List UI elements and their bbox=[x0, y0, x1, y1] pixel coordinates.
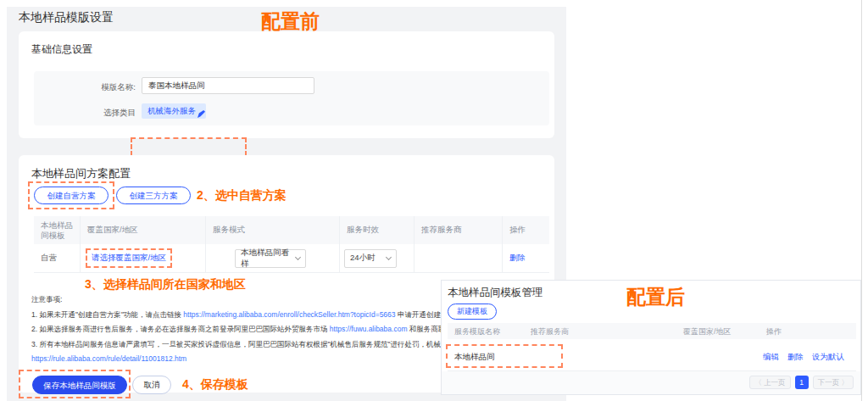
col-country: 覆盖国家/地区 bbox=[87, 225, 138, 236]
save-template-button[interactable]: 保存本地样品间模版 bbox=[32, 376, 127, 394]
col-provider: 推荐服务商 bbox=[531, 326, 569, 337]
after-config-screen: 本地样品间模板管理 配置后 新建模板 服务模版名称 推荐服务商 覆盖国家/地区 … bbox=[441, 280, 861, 395]
template-name-input[interactable] bbox=[142, 77, 314, 94]
create-third-plan-button[interactable]: 创建三方方案 bbox=[116, 187, 191, 204]
select-country-link[interactable]: 请选择覆盖国家/地区 bbox=[92, 253, 166, 262]
next-page-button[interactable]: 下一页 〉 bbox=[813, 376, 854, 389]
template-type: 自营 bbox=[41, 253, 57, 264]
category-value: 机械海外服务 bbox=[147, 106, 196, 115]
after-table-header: 服务模版名称 推荐服务商 覆盖国家/地区 操作 bbox=[448, 323, 856, 339]
page-1-button[interactable]: 1 bbox=[795, 376, 809, 389]
create-self-plan-button[interactable]: 创建自营方案 bbox=[34, 187, 108, 204]
col-service-time: 服务时效 bbox=[347, 225, 379, 236]
col-template: 本地样品间模板 bbox=[41, 220, 78, 241]
col-provider: 推荐服务商 bbox=[421, 225, 462, 236]
stage-label-after: 配置后 bbox=[626, 284, 685, 310]
col-country: 覆盖国家/地区 bbox=[683, 326, 732, 337]
service-mode-value: 本地样品间看样 bbox=[241, 248, 296, 270]
annotation-step4: 4、保存模板 bbox=[182, 377, 248, 393]
plan-table-header: 本地样品间模板 覆盖国家/地区 服务模式 服务时效 推荐服务商 操作 bbox=[34, 216, 549, 244]
col-service-mode: 服务模式 bbox=[213, 225, 245, 236]
prev-page-button[interactable]: 〈 上一页 bbox=[749, 376, 790, 389]
template-manage-title: 本地样品间模板管理 bbox=[448, 286, 543, 300]
screenshot-canvas: 本地样品模版设置 配置前 基础信息设置 模版名称: 选择类目 机械海外服务 1、… bbox=[0, 0, 868, 401]
screen-edge-divider bbox=[861, 0, 862, 401]
basic-info-title: 基础信息设置 bbox=[31, 42, 92, 57]
chevron-down-icon bbox=[295, 253, 301, 259]
template-row-name: 本地样品间 bbox=[454, 352, 495, 363]
plan-table: 本地样品间模板 覆盖国家/地区 服务模式 服务时效 推荐服务商 操作 自营 请选… bbox=[34, 216, 549, 273]
basic-info-form: 模版名称: 选择类目 机械海外服务 1、自定义填写模板名称 bbox=[34, 71, 549, 125]
after-table-row: 本地样品间 编辑 删除 设为默认 bbox=[448, 339, 856, 371]
template-name-label: 模版名称: bbox=[71, 82, 136, 93]
note-1-link[interactable]: https://marketing.alibaba.com/enroll/che… bbox=[183, 310, 395, 319]
col-template-name: 服务模版名称 bbox=[454, 326, 500, 337]
service-time-value: 24小时 bbox=[350, 253, 376, 264]
pagination: 〈 上一页 1 下一页 〉 bbox=[749, 376, 854, 389]
edit-link[interactable]: 编辑 bbox=[763, 352, 779, 363]
cancel-button[interactable]: 取消 bbox=[132, 376, 171, 394]
annotation-step2: 2、选中自营方案 bbox=[197, 188, 287, 203]
category-label: 选择类目 bbox=[71, 108, 136, 119]
annotation-step3: 3、选择样品间所在国家和地区 bbox=[85, 277, 246, 292]
delete-link[interactable]: 删除 bbox=[787, 352, 804, 363]
col-action: 操作 bbox=[509, 225, 526, 236]
new-template-button[interactable]: 新建模板 bbox=[448, 304, 497, 320]
basic-info-card: 基础信息设置 模版名称: 选择类目 机械海外服务 1、自定义填写模板名称 bbox=[19, 31, 554, 138]
highlight-box-country-link: 请选择覆盖国家/地区 bbox=[86, 248, 172, 268]
category-tag[interactable]: 机械海外服务 bbox=[142, 103, 206, 119]
chevron-down-icon bbox=[386, 253, 392, 259]
edit-pencil-icon bbox=[198, 110, 205, 118]
after-table-footer: 〈 上一页 1 下一页 〉 bbox=[442, 371, 860, 394]
col-action: 操作 bbox=[766, 326, 782, 337]
table-row: 自营 请选择覆盖国家/地区 本地样品间看样 24小时 bbox=[34, 244, 549, 273]
service-mode-select[interactable]: 本地样品间看样 bbox=[235, 249, 306, 268]
note-4-link[interactable]: https://rule.alibaba.com/rule/detail/110… bbox=[31, 354, 186, 363]
delete-row-link[interactable]: 删除 bbox=[509, 253, 526, 264]
set-default-link[interactable]: 设为默认 bbox=[812, 352, 844, 363]
page-title: 本地样品模版设置 bbox=[19, 10, 114, 25]
provider-cell-empty bbox=[415, 244, 503, 272]
plan-config-title: 本地样品间方案配置 bbox=[31, 166, 131, 181]
note-2-link[interactable]: https://fuwu.alibaba.com bbox=[330, 325, 408, 333]
service-time-select[interactable]: 24小时 bbox=[344, 249, 397, 268]
